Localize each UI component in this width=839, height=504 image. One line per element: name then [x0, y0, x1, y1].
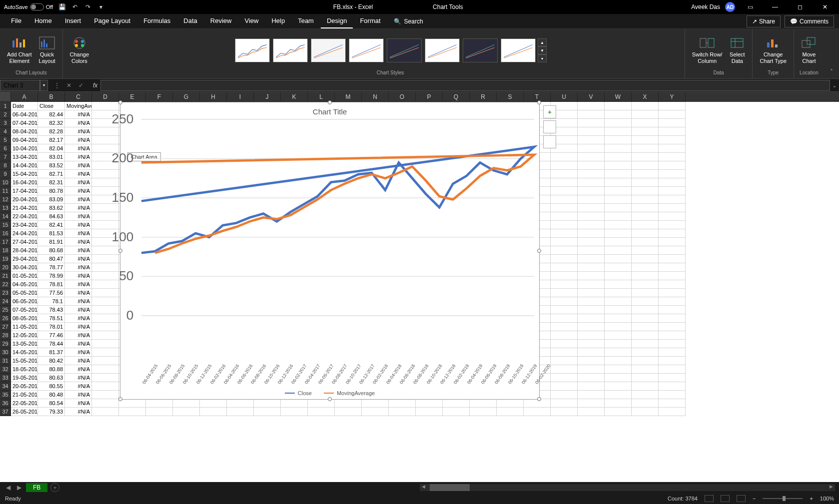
styles-scroll-down[interactable]: ▼ — [538, 46, 547, 54]
styles-more[interactable]: ▾ — [538, 54, 547, 62]
cell[interactable] — [659, 110, 686, 119]
cell[interactable]: 23-04-2015 — [11, 221, 38, 229]
autosave-toggle[interactable]: AutoSave Off — [4, 3, 53, 10]
cell[interactable] — [632, 374, 659, 382]
cell[interactable] — [605, 204, 632, 212]
cell[interactable]: #N/A — [65, 331, 92, 340]
column-header[interactable]: G — [173, 92, 200, 102]
embedded-chart[interactable]: Chart Title Chart Area ＋ 🖌 ▽ 05010015020… — [120, 102, 540, 400]
cell[interactable]: #N/A — [65, 136, 92, 144]
cell[interactable] — [92, 357, 119, 365]
cell[interactable] — [578, 297, 605, 306]
row-header[interactable]: 17 — [0, 238, 11, 246]
add-sheet-button[interactable]: ＋ — [50, 483, 59, 492]
cell[interactable] — [659, 348, 686, 357]
cell[interactable] — [659, 391, 686, 399]
row-header[interactable]: 35 — [0, 391, 11, 399]
cell[interactable] — [92, 297, 119, 306]
row-header[interactable]: 7 — [0, 153, 11, 161]
cell[interactable] — [659, 212, 686, 221]
sheet-nav-prev[interactable]: ◀ — [4, 484, 12, 492]
cell[interactable]: 78.1 — [38, 297, 65, 306]
zoom-slider[interactable] — [763, 498, 803, 499]
tab-design[interactable]: Design — [321, 14, 353, 28]
chart-style-7[interactable] — [463, 38, 498, 62]
cell[interactable] — [632, 340, 659, 348]
cell[interactable] — [578, 110, 605, 119]
cell[interactable]: 81.53 — [38, 229, 65, 238]
column-header[interactable]: H — [200, 92, 227, 102]
chart-handle[interactable] — [328, 397, 332, 401]
cell[interactable] — [578, 255, 605, 263]
cell[interactable] — [605, 170, 632, 178]
cell[interactable] — [659, 357, 686, 365]
row-header[interactable]: 2 — [0, 110, 11, 119]
cell[interactable]: 78.01 — [38, 323, 65, 331]
cell[interactable] — [551, 314, 578, 323]
cell[interactable] — [578, 399, 605, 408]
cell[interactable] — [632, 212, 659, 221]
column-header[interactable]: M — [335, 92, 362, 102]
cell[interactable]: 06-04-2015 — [11, 110, 38, 119]
cell[interactable] — [578, 408, 605, 416]
undo-icon[interactable]: ↶ — [71, 3, 79, 11]
row-header[interactable]: 12 — [0, 195, 11, 204]
cell[interactable] — [92, 348, 119, 357]
cell[interactable] — [92, 246, 119, 255]
cell[interactable]: 82.71 — [38, 170, 65, 178]
cell[interactable] — [92, 365, 119, 374]
cell[interactable]: #N/A — [65, 357, 92, 365]
cell[interactable] — [551, 187, 578, 195]
cell[interactable] — [362, 408, 389, 416]
cell[interactable] — [146, 399, 173, 408]
row-header[interactable]: 20 — [0, 263, 11, 272]
cell[interactable] — [578, 289, 605, 297]
select-data-button[interactable]: Select Data — [726, 35, 748, 65]
cell[interactable]: #N/A — [65, 255, 92, 263]
cell[interactable] — [659, 408, 686, 416]
cell[interactable]: 80.88 — [38, 365, 65, 374]
cell[interactable]: 07-05-2015 — [11, 306, 38, 314]
cell[interactable] — [659, 365, 686, 374]
cell[interactable] — [551, 153, 578, 161]
cell[interactable] — [632, 331, 659, 340]
cell[interactable]: #N/A — [65, 314, 92, 323]
column-header[interactable]: P — [416, 92, 443, 102]
tab-page-layout[interactable]: Page Layout — [88, 14, 136, 28]
cell[interactable] — [605, 229, 632, 238]
tab-format[interactable]: Format — [354, 14, 386, 28]
cell[interactable]: #N/A — [65, 119, 92, 127]
qat-dropdown-icon[interactable]: ▾ — [97, 3, 105, 11]
cell[interactable] — [659, 187, 686, 195]
cell[interactable] — [92, 102, 119, 110]
cell[interactable] — [551, 357, 578, 365]
cell[interactable] — [659, 221, 686, 229]
row-header[interactable]: 34 — [0, 382, 11, 391]
horizontal-scrollbar[interactable]: ◀ ▶ — [420, 484, 835, 491]
cell[interactable] — [632, 391, 659, 399]
cell[interactable] — [659, 229, 686, 238]
cell[interactable] — [632, 238, 659, 246]
cell[interactable] — [632, 127, 659, 136]
cell[interactable] — [605, 365, 632, 374]
view-page-break-button[interactable] — [737, 495, 746, 502]
cell[interactable]: #N/A — [65, 306, 92, 314]
cell[interactable] — [659, 178, 686, 187]
row-header[interactable]: 32 — [0, 365, 11, 374]
cell[interactable] — [632, 382, 659, 391]
cell[interactable]: 83.52 — [38, 161, 65, 170]
cell[interactable]: 28-04-2015 — [11, 246, 38, 255]
cell[interactable] — [578, 178, 605, 187]
sheet-nav-next[interactable]: ▶ — [15, 484, 23, 492]
cell[interactable] — [92, 255, 119, 263]
cell[interactable]: #N/A — [65, 127, 92, 136]
cell[interactable] — [92, 399, 119, 408]
cell[interactable] — [659, 102, 686, 110]
save-icon[interactable]: 💾 — [58, 3, 66, 11]
cell[interactable] — [578, 280, 605, 289]
cell[interactable] — [578, 357, 605, 365]
cell[interactable] — [632, 195, 659, 204]
cell[interactable] — [551, 348, 578, 357]
zoom-out-button[interactable]: − — [753, 496, 756, 502]
cell[interactable] — [659, 144, 686, 153]
